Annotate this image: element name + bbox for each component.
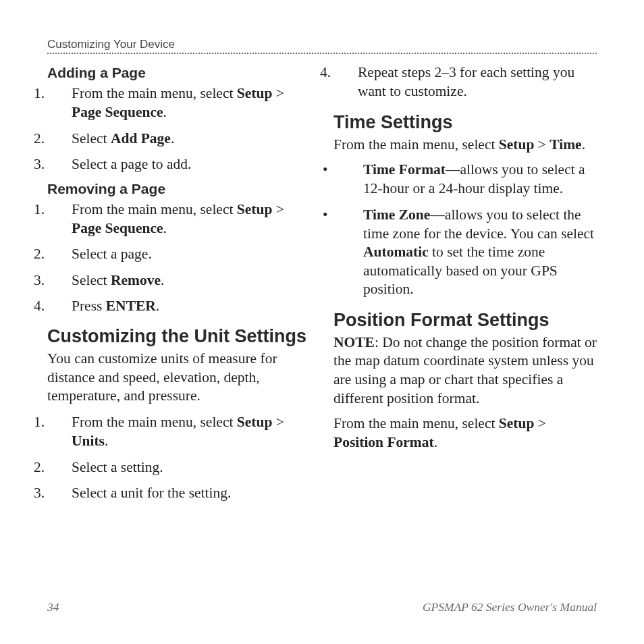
ui-path: ENTER — [106, 298, 156, 314]
list-item: From the main menu, select Setup > Page … — [47, 200, 311, 238]
left-column: Adding a Page From the main menu, select… — [47, 61, 311, 509]
intro-text: From the main menu, select — [333, 415, 499, 431]
list-item: Select a page to add. — [47, 155, 311, 173]
page-footer: 34 GPSMAP 62 Series Owner's Manual — [47, 600, 597, 614]
list-item: Time Zone—allows you to select the time … — [333, 206, 597, 299]
step-text: Select a page. — [72, 246, 152, 262]
option-label: Time Format — [363, 161, 446, 178]
heading-time-settings: Time Settings — [333, 112, 597, 133]
step-text: . — [161, 272, 164, 288]
time-options: Time Format—allows you to select a 12-ho… — [333, 161, 597, 299]
position-path: From the main menu, select Setup > Posit… — [333, 414, 597, 452]
step-text: Select a page to add. — [72, 156, 191, 172]
list-item: From the main menu, select Setup > Units… — [47, 412, 311, 451]
list-item: Select Add Page. — [47, 129, 311, 148]
removing-page-steps: From the main menu, select Setup > Page … — [47, 200, 311, 316]
unit-steps: From the main menu, select Setup > Units… — [47, 412, 311, 503]
ui-path: Setup — [499, 415, 535, 431]
ui-path: Position Format — [333, 434, 434, 450]
list-item: Select a page. — [47, 244, 311, 263]
step-text: Repeat steps 2–3 for each setting you wa… — [358, 64, 574, 99]
step-text: > — [272, 414, 284, 430]
ui-path: Setup — [237, 85, 273, 101]
ui-path: Setup — [237, 201, 273, 217]
ui-path: Setup — [237, 414, 273, 430]
list-item: Select Remove. — [47, 271, 311, 290]
step-text: > — [272, 85, 284, 101]
adding-page-steps: From the main menu, select Setup > Page … — [47, 84, 311, 174]
step-text: . — [163, 220, 167, 236]
step-text: Select — [72, 272, 111, 288]
heading-removing-page: Removing a Page — [47, 181, 311, 197]
heading-position-format: Position Format Settings — [333, 310, 597, 331]
position-note: NOTE: Do not change the position format … — [333, 333, 597, 408]
list-item: Select a unit for the setting. — [47, 483, 311, 502]
time-intro: From the main menu, select Setup > Time. — [333, 136, 597, 155]
intro-text: . — [434, 434, 437, 450]
list-item: Select a setting. — [47, 458, 311, 477]
page-number: 34 — [47, 600, 59, 614]
intro-text: From the main menu, select — [333, 136, 499, 153]
step-text: From the main menu, select — [72, 414, 237, 430]
list-item: From the main menu, select Setup > Page … — [47, 84, 311, 122]
ui-path: Remove — [111, 272, 161, 288]
list-item: Repeat steps 2–3 for each setting you wa… — [333, 63, 597, 101]
unit-intro: You can customize units of measure for d… — [47, 350, 311, 406]
step-text: Press — [72, 298, 106, 314]
right-column: Repeat steps 2–3 for each setting you wa… — [333, 61, 597, 509]
step-text: > — [272, 201, 284, 217]
list-item: Time Format—allows you to select a 12-ho… — [333, 161, 597, 198]
note-label: NOTE — [333, 334, 375, 350]
step-text: . — [163, 104, 167, 120]
intro-text: > — [534, 136, 549, 153]
list-item: Press ENTER. — [47, 296, 311, 315]
step-text: Select — [72, 130, 111, 146]
running-head: Customizing Your Device — [47, 38, 597, 54]
step-text: . — [105, 433, 108, 449]
ui-path: Units — [72, 433, 105, 449]
step-text: . — [156, 298, 159, 314]
heading-unit-settings: Customizing the Unit Settings — [47, 326, 311, 347]
ui-path: Time — [549, 136, 581, 153]
ui-path: Page Sequence — [72, 220, 163, 236]
manual-title: GPSMAP 62 Series Owner's Manual — [423, 600, 597, 614]
ui-path: Add Page — [111, 130, 171, 146]
step-text: Select a setting. — [72, 459, 163, 475]
step-text: Select a unit for the setting. — [72, 485, 231, 501]
ui-path: Page Sequence — [72, 104, 163, 120]
ui-path: Setup — [499, 136, 535, 153]
heading-adding-page: Adding a Page — [47, 65, 311, 81]
option-label: Time Zone — [363, 207, 430, 223]
intro-text: . — [582, 136, 585, 153]
step-text: From the main menu, select — [72, 201, 237, 217]
unit-steps-continued: Repeat steps 2–3 for each setting you wa… — [333, 63, 597, 101]
ui-path: Automatic — [363, 244, 429, 260]
step-text: . — [171, 130, 174, 146]
intro-text: > — [534, 415, 546, 431]
step-text: From the main menu, select — [72, 85, 237, 101]
page-columns: Adding a Page From the main menu, select… — [47, 61, 597, 509]
